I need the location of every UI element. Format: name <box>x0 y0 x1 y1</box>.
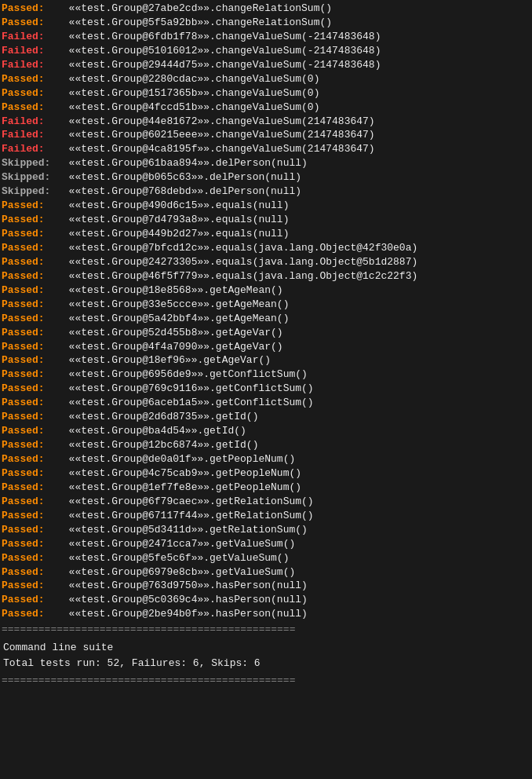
test-description: ««test.Group@67117f44»».getRelationSum() <box>56 509 314 523</box>
test-line: Passed: ««test.Group@18e8568»».getAgeMea… <box>0 283 532 298</box>
test-description: ««test.Group@de0a01f»».getPeopleNum() <box>56 452 295 466</box>
test-status: Passed: <box>2 241 56 255</box>
test-line: Passed: ««test.Group@4fccd51b»».changeVa… <box>0 101 532 115</box>
test-status: Failed: <box>2 128 56 142</box>
test-description: ««test.Group@18ef96»».getAgeVar() <box>56 353 271 368</box>
test-line: Passed: ««test.Group@5c0369c4»».hasPerso… <box>0 593 532 607</box>
test-status: Passed: <box>2 382 56 396</box>
test-description: ««test.Group@24273305»».equals(java.lang… <box>56 255 417 269</box>
test-description: ««test.Group@46f5f779»».equals(java.lang… <box>56 269 417 283</box>
test-description: ««test.Group@ba4d54»».getId() <box>56 424 246 438</box>
test-description: ««test.Group@6979e8cb»».getValueSum() <box>56 565 295 580</box>
test-line: Passed: ««test.Group@18ef96»».getAgeVar(… <box>0 353 532 368</box>
test-status: Skipped: <box>2 185 56 199</box>
test-description: ««test.Group@2280cdac»».changeValueSum(0… <box>56 72 319 86</box>
test-line: Failed: ««test.Group@6fdb1f78»».changeVa… <box>0 30 532 44</box>
test-description: ««test.Group@449b2d27»».equals(null) <box>56 227 289 241</box>
test-status: Passed: <box>2 353 56 368</box>
test-description: ««test.Group@27abe2cd»».changeRelationSu… <box>56 2 332 16</box>
test-status: Passed: <box>2 298 56 312</box>
test-line: Passed: ««test.Group@2d6d8735»».getId() <box>0 410 532 424</box>
test-lines: Passed: ««test.Group@27abe2cd»».changeRe… <box>0 2 532 621</box>
test-description: ««test.Group@7bfcd12c»».equals(java.lang… <box>56 241 417 255</box>
test-line: Skipped: ««test.Group@768debd»».delPerso… <box>0 185 532 199</box>
test-line: Passed: ««test.Group@46f5f779»».equals(j… <box>0 269 532 283</box>
test-status: Failed: <box>2 30 56 44</box>
test-status: Passed: <box>2 579 56 593</box>
test-line: Passed: ««test.Group@7d4793a8»».equals(n… <box>0 213 532 227</box>
test-description: ««test.Group@1ef7fe8e»».getPeopleNum() <box>56 481 301 495</box>
test-description: ««test.Group@4f4a7090»».getAgeVar() <box>56 340 283 354</box>
test-status: Passed: <box>2 255 56 269</box>
test-description: ««test.Group@5d3411d»».getRelationSum() <box>56 523 308 537</box>
test-status: Failed: <box>2 142 56 156</box>
test-status: Passed: <box>2 495 56 509</box>
summary-section: Command line suite Total tests run: 52, … <box>0 638 532 672</box>
test-status: Passed: <box>2 537 56 551</box>
test-line: Passed: ««test.Group@ba4d54»».getId() <box>0 424 532 438</box>
test-status: Passed: <box>2 466 56 481</box>
test-line: Passed: ««test.Group@5a42bbf4»».getAgeMe… <box>0 312 532 326</box>
test-description: ««test.Group@6f79caec»».getRelationSum() <box>56 495 314 509</box>
test-status: Passed: <box>2 523 56 537</box>
test-description: ««test.Group@7d4793a8»».equals(null) <box>56 213 289 227</box>
test-line: Failed: ««test.Group@44e81672»».changeVa… <box>0 115 532 129</box>
test-description: ««test.Group@61baa894»».delPerson(null) <box>56 156 308 170</box>
test-description: ««test.Group@2471cca7»».getValueSum() <box>56 537 295 551</box>
test-status: Passed: <box>2 101 56 115</box>
test-status: Passed: <box>2 312 56 326</box>
test-status: Passed: <box>2 551 56 565</box>
test-line: Passed: ««test.Group@24273305»».equals(j… <box>0 255 532 269</box>
test-description: ««test.Group@18e8568»».getAgeMean() <box>56 283 283 298</box>
test-line: Passed: ««test.Group@5f5a92bb»».changeRe… <box>0 16 532 30</box>
test-description: ««test.Group@763d9750»».hasPerson(null) <box>56 579 308 593</box>
suite-label: Command line suite <box>2 640 530 656</box>
test-description: ««test.Group@5f5a92bb»».changeRelationSu… <box>56 16 332 30</box>
test-status: Passed: <box>2 340 56 354</box>
test-description: ««test.Group@29444d75»».changeValueSum(-… <box>56 58 381 72</box>
test-description: ««test.Group@1517365b»».changeValueSum(0… <box>56 86 319 101</box>
test-status: Passed: <box>2 593 56 607</box>
test-description: ««test.Group@60215eee»».changeValueSum(2… <box>56 128 375 142</box>
test-line: Passed: ««test.Group@6f79caec»».getRelat… <box>0 495 532 509</box>
test-status: Failed: <box>2 58 56 72</box>
test-description: ««test.Group@4ca8195f»».changeValueSum(2… <box>56 142 375 156</box>
test-status: Passed: <box>2 410 56 424</box>
test-line: Skipped: ««test.Group@b065c63»».delPerso… <box>0 170 532 185</box>
test-status: Passed: <box>2 565 56 580</box>
test-status: Passed: <box>2 227 56 241</box>
test-status: Skipped: <box>2 156 56 170</box>
test-line: Passed: ««test.Group@de0a01f»».getPeople… <box>0 452 532 466</box>
test-line: Passed: ««test.Group@12bc6874»».getId() <box>0 438 532 452</box>
test-description: ««test.Group@52d455b8»».getAgeVar() <box>56 326 283 340</box>
test-line: Passed: ««test.Group@7bfcd12c»».equals(j… <box>0 241 532 255</box>
separator-top: ========================================… <box>0 621 532 638</box>
test-line: Passed: ««test.Group@6aceb1a5»».getConfl… <box>0 396 532 410</box>
test-line: Passed: ««test.Group@2471cca7»».getValue… <box>0 537 532 551</box>
test-line: Skipped: ««test.Group@61baa894»».delPers… <box>0 156 532 170</box>
test-line: Passed: ««test.Group@27abe2cd»».changeRe… <box>0 2 532 16</box>
total-label: Total tests run: 52, Failures: 6, Skips:… <box>2 656 530 671</box>
test-description: ««test.Group@5c0369c4»».hasPerson(null) <box>56 593 308 607</box>
test-line: Passed: ««test.Group@490d6c15»».equals(n… <box>0 199 532 213</box>
test-description: ««test.Group@2d6d8735»».getId() <box>56 410 258 424</box>
test-description: ««test.Group@2be94b0f»».hasPerson(null) <box>56 607 308 621</box>
test-status: Passed: <box>2 368 56 382</box>
test-line: Passed: ««test.Group@5fe5c6f»».getValueS… <box>0 551 532 565</box>
test-description: ««test.Group@490d6c15»».equals(null) <box>56 199 289 213</box>
test-status: Passed: <box>2 509 56 523</box>
test-description: ««test.Group@33e5ccce»».getAgeMean() <box>56 298 289 312</box>
test-status: Passed: <box>2 72 56 86</box>
test-line: Passed: ««test.Group@4f4a7090»».getAgeVa… <box>0 340 532 354</box>
test-description: ««test.Group@12bc6874»».getId() <box>56 438 258 452</box>
test-line: Passed: ««test.Group@5d3411d»».getRelati… <box>0 523 532 537</box>
test-description: ««test.Group@5fe5c6f»».getValueSum() <box>56 551 289 565</box>
test-description: ««test.Group@44e81672»».changeValueSum(2… <box>56 115 375 129</box>
test-line: Passed: ««test.Group@2280cdac»».changeVa… <box>0 72 532 86</box>
test-status: Passed: <box>2 424 56 438</box>
test-status: Passed: <box>2 213 56 227</box>
test-status: Passed: <box>2 283 56 298</box>
test-line: Passed: ««test.Group@769c9116»».getConfl… <box>0 382 532 396</box>
test-description: ««test.Group@4fccd51b»».changeValueSum(0… <box>56 101 319 115</box>
test-description: ««test.Group@5a42bbf4»».getAgeMean() <box>56 312 289 326</box>
